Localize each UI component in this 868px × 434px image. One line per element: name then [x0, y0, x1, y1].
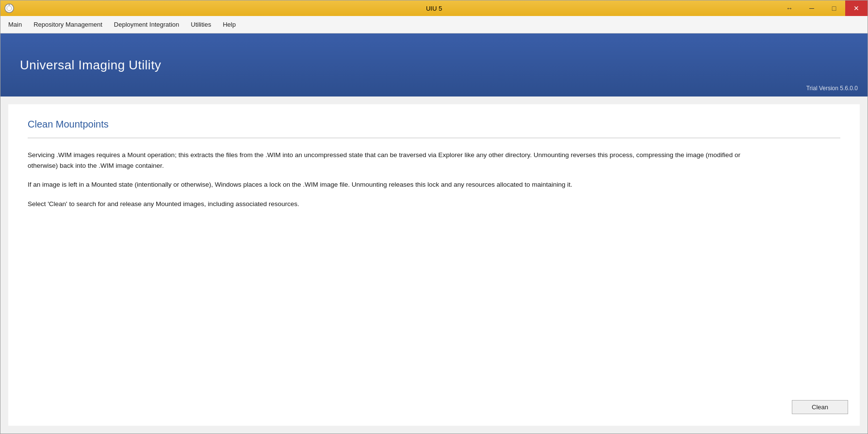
description-paragraph-1: Servicing .WIM images requires a Mount o… — [28, 150, 755, 171]
app-title: Universal Imaging Utility — [20, 58, 848, 73]
menu-item-main[interactable]: Main — [2, 19, 28, 30]
content-panel: Clean Mountpoints Servicing .WIM images … — [8, 104, 860, 426]
minimize-button[interactable]: ─ — [801, 0, 823, 16]
menu-item-repository-management[interactable]: Repository Management — [28, 19, 108, 30]
window-controls: ↔ ─ □ ✕ — [778, 0, 868, 16]
header-banner: Universal Imaging Utility Trial Version … — [0, 33, 868, 96]
app-icon — [4, 3, 14, 13]
close-button[interactable]: ✕ — [845, 0, 868, 16]
section-divider — [28, 138, 840, 138]
clean-button[interactable]: Clean — [792, 400, 848, 414]
window-title: UIU 5 — [426, 5, 442, 12]
title-bar: UIU 5 ↔ ─ □ ✕ — [0, 0, 868, 16]
section-title: Clean Mountpoints — [28, 119, 840, 130]
app-window: UIU 5 ↔ ─ □ ✕ Main Repository Management… — [0, 0, 868, 434]
resize-button[interactable]: ↔ — [778, 0, 801, 16]
menu-item-deployment-integration[interactable]: Deployment Integration — [108, 19, 185, 30]
svg-point-2 — [9, 4, 10, 6]
menu-item-utilities[interactable]: Utilities — [185, 19, 217, 30]
menu-item-help[interactable]: Help — [217, 19, 242, 30]
version-label: Trial Version 5.6.0.0 — [806, 85, 858, 92]
description-paragraph-2: If an image is left in a Mounted state (… — [28, 179, 755, 190]
main-content: Clean Mountpoints Servicing .WIM images … — [0, 96, 868, 434]
maximize-button[interactable]: □ — [823, 0, 845, 16]
description-paragraph-3: Select 'Clean' to search for and release… — [28, 199, 755, 209]
menu-bar: Main Repository Management Deployment In… — [0, 16, 868, 33]
